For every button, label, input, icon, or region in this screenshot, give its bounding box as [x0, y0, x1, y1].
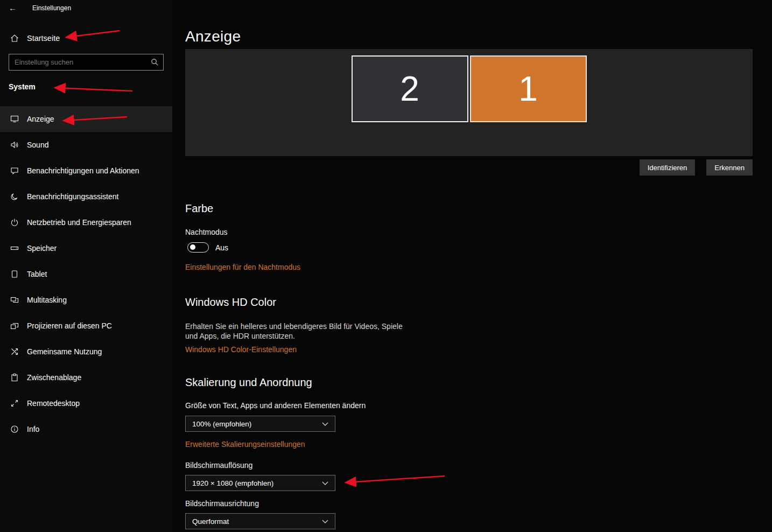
storage-drive-icon: [10, 244, 19, 253]
sidebar-item-sound[interactable]: Sound: [0, 132, 172, 158]
chevron-down-icon: [320, 422, 329, 426]
orientation-dropdown-value: Querformat: [192, 517, 229, 526]
sidebar-nav: Anzeige Sound Benachrichtigungen und Akt…: [0, 106, 172, 442]
search-input[interactable]: [9, 54, 164, 71]
tablet-icon: [10, 270, 19, 278]
night-mode-settings-link[interactable]: Einstellungen für den Nachtmodus: [185, 263, 300, 271]
scale-dropdown-value: 100% (empfohlen): [192, 420, 251, 428]
sidebar-item-label: Remotedesktop: [27, 399, 80, 408]
info-icon: [10, 425, 19, 433]
toggle-knob: [190, 244, 195, 250]
sidebar-item-projizieren[interactable]: Projizieren auf diesen PC: [0, 313, 172, 339]
sidebar-item-label: Netzbetrieb und Energiesparen: [27, 218, 131, 227]
sidebar-item-anzeige[interactable]: Anzeige: [0, 106, 172, 132]
monitor-2-number: 2: [400, 69, 419, 109]
notification-chat-icon: [10, 166, 19, 175]
sidebar-item-label: Multitasking: [27, 296, 67, 304]
resolution-dropdown[interactable]: 1920 × 1080 (empfohlen): [185, 475, 335, 491]
sidebar-item-netzbetrieb[interactable]: Netzbetrieb und Energiesparen: [0, 209, 172, 235]
sidebar-item-label: Gemeinsame Nutzung: [27, 347, 102, 356]
sidebar-item-label: Benachrichtigungsassistent: [27, 192, 118, 201]
back-button[interactable]: ←: [9, 3, 17, 12]
sidebar-item-label: Benachrichtigungen und Aktionen: [27, 166, 139, 175]
scale-label: Größe von Text, Apps und anderen Element…: [185, 401, 366, 410]
color-section-heading: Farbe: [185, 202, 213, 215]
hd-color-heading: Windows HD Color: [185, 296, 276, 309]
resolution-dropdown-value: 1920 × 1080 (empfohlen): [192, 479, 273, 487]
project-screen-icon: [10, 321, 19, 330]
monitor-1-number: 1: [518, 69, 538, 109]
orientation-label: Bildschirmausrichtung: [185, 499, 259, 508]
settings-search: [9, 54, 164, 71]
night-mode-toggle[interactable]: [187, 242, 209, 253]
sidebar-item-startseite[interactable]: Startseite: [0, 30, 172, 46]
hd-color-description: Erhalten Sie ein helleres und lebendiger…: [185, 321, 416, 341]
home-icon: [10, 34, 19, 43]
titlebar: ← Einstellungen: [0, 3, 172, 17]
sidebar-item-label: Speicher: [27, 244, 57, 253]
display-icon: [10, 115, 19, 123]
speaker-icon: [10, 141, 19, 149]
settings-sidebar: ← Einstellungen Startseite System Anzeig…: [0, 0, 172, 532]
hd-color-settings-link[interactable]: Windows HD Color-Einstellungen: [185, 345, 297, 354]
multitask-windows-icon: [10, 296, 19, 304]
clipboard-icon: [10, 373, 19, 382]
sidebar-item-info[interactable]: Info: [0, 416, 172, 442]
sidebar-item-label: Projizieren auf diesen PC: [27, 321, 112, 330]
monitor-buttons-row: Identifizieren Erkennen: [185, 159, 753, 176]
monitor-1[interactable]: 1: [470, 55, 587, 122]
monitor-arrangement-panel: 2 1: [185, 49, 753, 156]
advanced-scaling-link[interactable]: Erweiterte Skalierungseinstellungen: [185, 440, 305, 449]
page-title: Anzeige: [185, 28, 241, 45]
monitor-2[interactable]: 2: [352, 55, 468, 122]
window-title: Einstellungen: [32, 4, 71, 12]
night-mode-label: Nachtmodus: [185, 228, 228, 236]
chevron-down-icon: [320, 520, 329, 523]
chevron-down-icon: [320, 481, 329, 485]
sidebar-item-tablet[interactable]: Tablet: [0, 261, 172, 287]
search-icon: [150, 58, 159, 66]
scale-dropdown[interactable]: 100% (empfohlen): [185, 416, 335, 432]
sidebar-item-multitasking[interactable]: Multitasking: [0, 287, 172, 313]
sidebar-item-label: Tablet: [27, 270, 47, 278]
sidebar-item-gemeinsame-nutzung[interactable]: Gemeinsame Nutzung: [0, 339, 172, 365]
resolution-label: Bildschirmauflösung: [185, 461, 252, 470]
share-arrows-icon: [10, 347, 19, 356]
remote-arrows-icon: [10, 399, 19, 408]
sidebar-item-speicher[interactable]: Speicher: [0, 235, 172, 261]
settings-window: { "window": { "title": "Einstellungen", …: [0, 0, 772, 532]
sidebar-item-label: Anzeige: [27, 115, 54, 123]
detect-button[interactable]: Erkennen: [706, 159, 753, 176]
sidebar-item-remotedesktop[interactable]: Remotedesktop: [0, 390, 172, 416]
display-settings-page: Anzeige 2 1 Identifizieren Erkennen Farb…: [172, 0, 772, 532]
identify-button[interactable]: Identifizieren: [640, 159, 696, 176]
sidebar-item-label: Sound: [27, 141, 48, 149]
orientation-dropdown[interactable]: Querformat: [185, 513, 335, 529]
sidebar-item-benachrichtigungsassistent[interactable]: Benachrichtigungsassistent: [0, 184, 172, 209]
night-mode-state: Aus: [215, 243, 228, 252]
sidebar-item-benachrichtigungen[interactable]: Benachrichtigungen und Aktionen: [0, 158, 172, 184]
power-icon: [10, 218, 19, 227]
sidebar-home-label: Startseite: [27, 34, 60, 43]
sidebar-item-label: Info: [27, 425, 39, 433]
sidebar-section-system: System: [9, 82, 36, 91]
moon-icon: [10, 192, 19, 201]
sidebar-item-label: Zwischenablage: [27, 373, 81, 382]
sidebar-item-zwischenablage[interactable]: Zwischenablage: [0, 365, 172, 390]
scaling-section-heading: Skalierung und Anordnung: [185, 376, 312, 389]
